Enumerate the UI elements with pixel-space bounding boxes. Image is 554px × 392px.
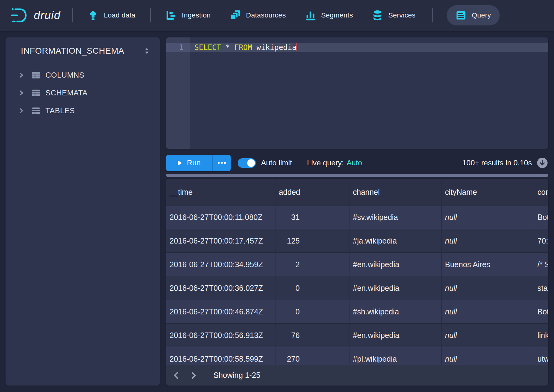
table-cell[interactable]: #ja.wikipedia — [349, 229, 442, 252]
gantt-chart-icon — [166, 10, 177, 21]
column-header-added[interactable]: added — [275, 179, 349, 205]
nav-item-segments[interactable]: Segments — [305, 10, 353, 21]
tree-label: SCHEMATA — [45, 89, 88, 97]
nav-item-ingestion[interactable]: Ingestion — [166, 10, 211, 21]
table-row[interactable]: 2016-06-27T00:00:56.913Z76#en.wikipedian… — [166, 324, 548, 347]
prev-page-button[interactable] — [170, 369, 183, 382]
table-cell[interactable]: 2016-06-27T00:00:36.027Z — [166, 276, 275, 300]
table-cell[interactable]: null — [442, 229, 534, 252]
download-circle-icon — [536, 157, 548, 169]
table-cell[interactable]: 2016-06-27T00:00:11.080Z — [166, 206, 275, 229]
table-cell[interactable]: null — [442, 206, 534, 229]
table-row[interactable]: 2016-06-27T00:00:17.457Z125#ja.wikipedia… — [166, 229, 548, 253]
nav-item-services[interactable]: Services — [372, 10, 415, 21]
table-row[interactable]: 2016-06-27T00:00:36.027Z0#en.wikipedianu… — [166, 276, 548, 300]
schema-sidebar: INFORMATION_SCHEMA — [6, 37, 160, 386]
results-header-row: __time added channel cityName comment — [166, 179, 548, 206]
nav-label: Datasources — [246, 11, 286, 19]
druid-logo[interactable]: druid — [10, 7, 60, 23]
nav-item-load-data[interactable]: Load data — [88, 10, 135, 21]
table-cell[interactable]: 125 — [275, 229, 349, 252]
table-cell[interactable]: #en.wikipedia — [349, 324, 442, 347]
auto-limit-toggle[interactable] — [238, 158, 256, 168]
table-cell[interactable]: #sv.wikipedia — [349, 206, 442, 229]
chevron-right-icon — [189, 371, 197, 379]
run-button[interactable]: Run — [166, 155, 212, 171]
table-cell[interactable]: 76 — [275, 324, 349, 347]
table-icon — [31, 88, 41, 98]
pagination-label: Showing 1-25 — [213, 371, 260, 380]
column-header-comment[interactable]: comment — [534, 179, 548, 205]
tree-label: TABLES — [45, 106, 75, 115]
table-cell[interactable]: 2016-06-27T00:00:56.913Z — [166, 324, 275, 347]
chevron-left-icon — [173, 371, 181, 379]
table-cell[interactable]: 2016-06-27T00:00:46.874Z — [166, 300, 275, 323]
table-cell[interactable]: Buenos Aires — [442, 253, 534, 276]
results-panel: __time added channel cityName comment 20… — [166, 179, 548, 386]
editor-line-1[interactable]: 1 SELECT * FROM wikipedia — [166, 43, 548, 52]
table-cell[interactable]: 70: — [534, 229, 548, 252]
table-cell[interactable]: sta — [534, 276, 548, 300]
table-cell[interactable]: 2 — [275, 253, 349, 276]
download-results-button[interactable] — [536, 157, 548, 169]
table-cell[interactable]: 0 — [275, 300, 349, 323]
table-cell[interactable]: null — [442, 324, 534, 347]
editor-gutter — [166, 37, 190, 149]
table-row[interactable]: 2016-06-27T00:00:11.080Z31#sv.wikipedian… — [166, 206, 548, 229]
next-page-button[interactable] — [187, 369, 199, 382]
table-icon — [31, 106, 41, 115]
table-cell[interactable]: 0 — [275, 276, 349, 300]
sql-keyword: FROM — [234, 43, 252, 52]
column-header-time[interactable]: __time — [166, 179, 275, 205]
toggle-knob — [247, 159, 255, 167]
table-cell[interactable]: #en.wikipedia — [349, 253, 442, 276]
top-navbar: druid Load data Ingestio — [0, 0, 554, 31]
tree-item-tables[interactable]: TABLES — [6, 102, 160, 120]
druid-console: druid Load data Ingestio — [0, 0, 554, 392]
run-more-options-button[interactable] — [212, 155, 231, 171]
chevron-right-icon[interactable] — [18, 90, 25, 96]
play-icon — [178, 160, 182, 166]
table-cell[interactable]: null — [442, 276, 534, 300]
line-number: 1 — [166, 43, 190, 52]
sql-editor[interactable]: 1 SELECT * FROM wikipedia — [166, 37, 548, 149]
table-cell[interactable]: /* S — [534, 253, 548, 276]
more-dots-icon — [217, 162, 226, 164]
table-cell[interactable]: #sh.wikipedia — [349, 300, 442, 323]
table-cell[interactable]: 2016-06-27T00:00:34.959Z — [166, 253, 275, 276]
table-row[interactable]: 2016-06-27T00:00:46.874Z0#sh.wikipedianu… — [166, 300, 548, 324]
horizontal-scrollbar[interactable] — [166, 174, 548, 177]
brand-wordmark: druid — [34, 9, 60, 22]
upload-arrow-icon — [88, 10, 99, 21]
live-query-label: Live query: — [307, 159, 344, 167]
sidebar-header: INFORMATION_SCHEMA — [6, 37, 160, 56]
nav-label: Segments — [321, 11, 353, 19]
table-cell[interactable]: Bot — [534, 300, 548, 323]
table-row[interactable]: 2016-06-27T00:00:34.959Z2#en.wikipediaBu… — [166, 253, 548, 276]
druid-logo-icon — [10, 7, 29, 23]
nav-label: Load data — [104, 11, 135, 19]
nav-divider — [72, 8, 73, 22]
table-cell[interactable]: #en.wikipedia — [349, 276, 442, 300]
nav-label: Ingestion — [182, 11, 211, 19]
live-query-value[interactable]: Auto — [347, 159, 362, 167]
table-cell[interactable]: link — [534, 324, 548, 347]
double-caret-vertical-icon[interactable] — [143, 47, 150, 55]
schema-title: INFORMATION_SCHEMA — [21, 46, 124, 56]
table-cell[interactable]: null — [442, 300, 534, 323]
column-header-channel[interactable]: channel — [349, 179, 442, 205]
tree-item-columns[interactable]: COLUMNS — [6, 66, 160, 84]
table-cell[interactable]: 31 — [275, 206, 349, 229]
nav-item-datasources[interactable]: Datasources — [230, 10, 286, 21]
chevron-right-icon[interactable] — [18, 107, 25, 114]
table-cell[interactable]: 2016-06-27T00:00:17.457Z — [166, 229, 275, 252]
run-button-group: Run — [166, 155, 231, 171]
nav-divider — [432, 8, 433, 22]
tree-item-schemata[interactable]: SCHEMATA — [6, 84, 160, 102]
run-toolbar: Run Auto limit Live query: Auto 100+ res… — [166, 152, 548, 173]
nav-item-query-active[interactable]: Query — [447, 5, 500, 25]
pagination-bar: Showing 1-25 — [166, 365, 548, 386]
chevron-right-icon[interactable] — [18, 72, 25, 79]
column-header-cityname[interactable]: cityName — [442, 179, 534, 205]
table-cell[interactable]: Bot — [534, 206, 548, 229]
